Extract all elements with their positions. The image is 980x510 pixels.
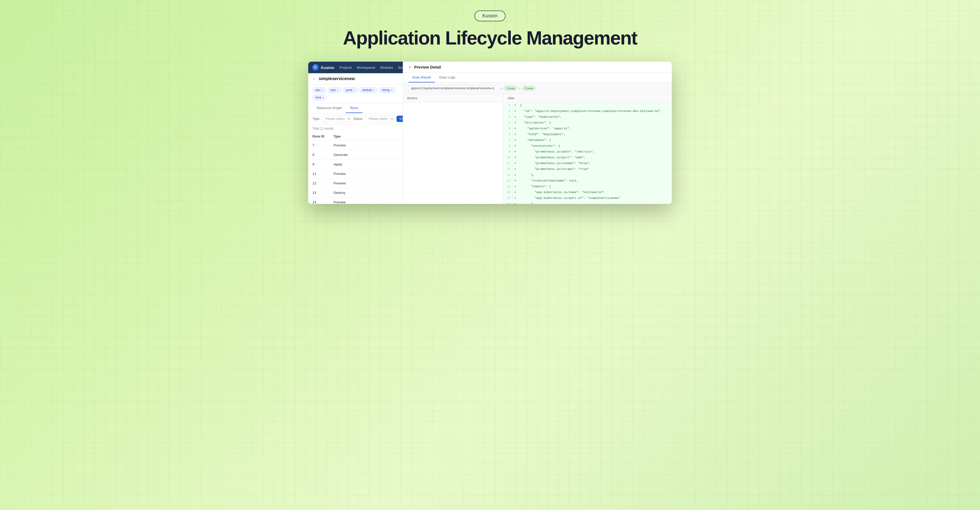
code-line: 17+ "app.kubernetes.io/part-of": "simple… <box>503 195 672 201</box>
tab-exec-result[interactable]: Exec Result <box>408 73 435 83</box>
diff-view: Before After 1+{2+ "id": "apps/v1:Deploy… <box>403 94 672 204</box>
table-header: Runs ID Type <box>308 132 403 141</box>
path-separator: » <box>519 86 521 90</box>
path-arrow-icon: » <box>501 86 503 90</box>
table-body: 7 Preview 8 Generate 9 Apply 11 Preview … <box>308 141 403 204</box>
main-heading: Application Lifecycle Management <box>343 28 637 48</box>
diff-before-label: Before <box>403 94 503 102</box>
nav-link-projects[interactable]: Projects <box>340 65 352 70</box>
remove-dev-icon[interactable]: × <box>321 89 323 92</box>
tab-nav: Resource Graph Runs <box>308 103 403 113</box>
code-line: 2+ "id": "apps/v1:Deployment:simpleservi… <box>503 108 672 114</box>
nav-bar: K Kusion Projects Workspaces Modules Sou… <box>308 62 403 73</box>
nav-logo-text: Kusion <box>321 65 334 70</box>
table-row[interactable]: 12 Preview <box>308 179 403 188</box>
kusion-badge: Kusion <box>474 11 506 21</box>
project-title: simpleservicenew <box>319 76 355 81</box>
path-badge-create1: Create <box>504 86 517 91</box>
create-button[interactable]: Create <box>396 116 403 122</box>
code-line: 9+ "prometheus.io/path": "/metrics", <box>503 149 672 155</box>
table-row[interactable]: 13 Destroy <box>308 188 403 197</box>
diff-after-panel: After 1+{2+ "id": "apps/v1:Deployment:si… <box>503 94 672 204</box>
back-header: ← simpleservicenew <box>308 73 403 84</box>
filter-tag-prod[interactable]: prod × <box>343 87 358 93</box>
kusion-logo-icon: K <box>312 64 319 71</box>
nav-logo: K Kusion <box>312 64 334 71</box>
nav-link-workspaces[interactable]: Workspaces <box>357 65 375 70</box>
resource-path: apps/v1:Deployment:simpleservicenew:simp… <box>403 83 672 94</box>
exec-tabs: Exec Result Exec Logs <box>403 73 672 83</box>
col-header-id: Runs ID <box>312 135 334 138</box>
code-line: 18+ }, <box>503 201 672 204</box>
remove-inva-icon[interactable]: × <box>322 96 324 99</box>
code-line: 3+ "type": "Kubernetes", <box>503 114 672 120</box>
results-count: Total 11 results <box>308 125 403 132</box>
path-badge-create2: Create <box>522 86 536 91</box>
code-line: 13+ }, <box>503 172 672 178</box>
code-line: 10+ "prometheus.io/port": "web", <box>503 155 672 160</box>
diff-before-panel: Before <box>403 94 503 204</box>
code-line: 15+ "labels": { <box>503 184 672 189</box>
remove-prod-icon[interactable]: × <box>353 89 355 92</box>
table-row[interactable]: 9 Apply <box>308 160 403 169</box>
code-line: 4+ "attributes": { <box>503 120 672 126</box>
preview-header: ✕ Preview Detail <box>403 62 672 73</box>
ui-showcase: K Kusion Projects Workspaces Modules Sou… <box>308 62 672 204</box>
code-line: 1+{ <box>503 102 672 108</box>
nav-link-source[interactable]: Source <box>398 65 403 70</box>
tab-exec-logs[interactable]: Exec Logs <box>435 73 460 83</box>
table-row[interactable]: 7 Preview <box>308 141 403 150</box>
table-row[interactable]: 11 Preview <box>308 169 403 179</box>
filter-tags: dev × test × prod × default × string × <box>308 84 403 103</box>
nav-link-modules[interactable]: Modules <box>380 65 393 70</box>
path-segment[interactable]: apps/v1:Deployment:simpleservicenew:simp… <box>408 85 499 91</box>
status-label: Status: <box>353 117 363 121</box>
code-line: 7+ "metadata": { <box>503 137 672 143</box>
right-panel: ✕ Preview Detail Exec Result Exec Logs a… <box>403 62 672 204</box>
filter-tag-default[interactable]: default × <box>360 87 377 93</box>
filter-tag-test[interactable]: test × <box>328 87 341 93</box>
preview-close-icon[interactable]: ✕ <box>408 65 412 69</box>
nav-links: Projects Workspaces Modules Source <box>340 65 403 70</box>
code-line: 8+ "annotations": { <box>503 143 672 149</box>
code-line: 14+ "creationTimestamp": null, <box>503 178 672 184</box>
back-arrow-icon[interactable]: ← <box>312 76 317 81</box>
table-row[interactable]: 14 Preview <box>308 197 403 204</box>
diff-before-content <box>403 102 503 204</box>
code-line: 16+ "app.kubernetes.io/name": "helloworl… <box>503 189 672 195</box>
code-line: 6+ "kind": "Deployment", <box>503 132 672 137</box>
status-select[interactable]: Please select s... <box>365 115 395 122</box>
diff-after-content: 1+{2+ "id": "apps/v1:Deployment:simplese… <box>503 102 672 204</box>
code-line: 12+ "prometheus.io/scrape": "true" <box>503 166 672 172</box>
diff-after-label: After <box>503 94 672 102</box>
tab-resource-graph[interactable]: Resource Graph <box>312 103 346 113</box>
remove-default-icon[interactable]: × <box>373 89 374 92</box>
tab-runs[interactable]: Runs <box>346 103 362 113</box>
type-label: Type: <box>312 117 320 121</box>
type-filter-row: Type: Please select t... Status: Please … <box>308 113 403 125</box>
remove-string-icon[interactable]: × <box>391 89 392 92</box>
main-content: Kusion Application Lifecycle Management … <box>0 0 980 204</box>
filter-tag-inva[interactable]: inva × <box>312 95 327 100</box>
filter-tag-dev[interactable]: dev × <box>312 87 326 93</box>
preview-title: Preview Detail <box>414 65 441 69</box>
code-line: 11+ "prometheus.io/scheme": "http", <box>503 160 672 166</box>
type-select[interactable]: Please select t... <box>322 115 351 122</box>
col-header-type: Type <box>334 135 399 138</box>
left-panel: K Kusion Projects Workspaces Modules Sou… <box>308 62 403 204</box>
filter-tag-string[interactable]: string × <box>379 87 395 93</box>
table-row[interactable]: 8 Generate <box>308 150 403 160</box>
code-line: 5+ "apiVersion": "apps/v1", <box>503 126 672 132</box>
remove-test-icon[interactable]: × <box>337 89 338 92</box>
